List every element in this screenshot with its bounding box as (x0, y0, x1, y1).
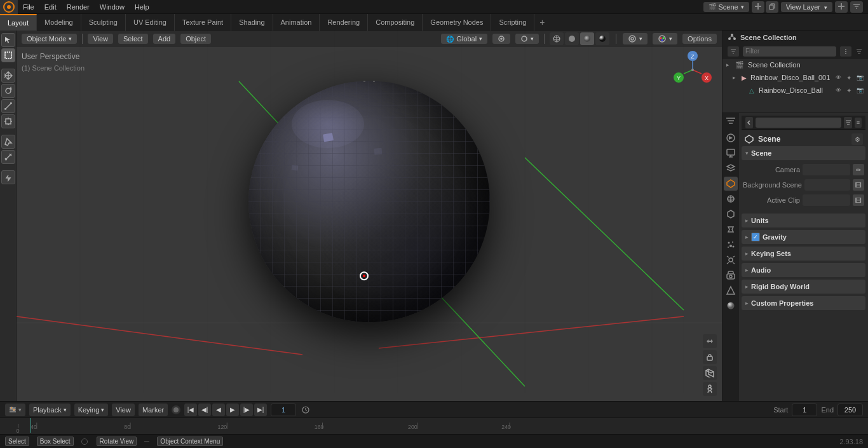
timeline-ruler[interactable]: 0 40 80 120 160 200 240 (0, 417, 868, 434)
rigid-body-section-header[interactable]: ▸ Rigid Body World (742, 280, 865, 294)
outliner-select-btn-1[interactable]: ✦ (844, 86, 853, 95)
audio-section-header[interactable]: ▸ Audio (742, 263, 865, 277)
tab-layout[interactable]: Layout (0, 14, 37, 31)
viewport-3d[interactable]: Object Mode ▾ View Select Add Object 🌐 G… (17, 31, 722, 401)
prop-icon-world[interactable] (724, 192, 738, 206)
bg-scene-value[interactable] (804, 179, 850, 191)
scene-add-btn[interactable] (752, 1, 764, 13)
viewport-select-menu[interactable]: Select (118, 34, 148, 44)
tab-modeling[interactable]: Modeling (37, 14, 81, 31)
tab-geometry-nodes[interactable]: Geometry Nodes (423, 14, 491, 31)
keying-menu[interactable]: Keying ▾ (74, 404, 109, 416)
viewport-add-menu[interactable]: Add (153, 34, 176, 44)
props-search-input[interactable] (756, 118, 841, 128)
tab-texture-paint[interactable]: Texture Paint (175, 14, 231, 31)
units-section-header[interactable]: ▸ Units (742, 214, 865, 227)
record-btn[interactable] (172, 405, 180, 414)
viewport-view-menu[interactable]: View (88, 34, 113, 44)
shading-rendered-btn[interactable] (595, 32, 609, 45)
prop-icon-object-data[interactable] (724, 283, 738, 297)
tab-animation[interactable]: Animation (273, 14, 320, 31)
scene-copy-btn[interactable] (766, 1, 778, 13)
options-btn[interactable]: Options (682, 34, 717, 44)
outliner-select-btn-0[interactable]: ✦ (844, 73, 853, 82)
viewport-axes-gizmo[interactable]: Z X Y (674, 51, 712, 89)
prop-icon-constraints[interactable] (724, 268, 738, 282)
outliner-eye-btn-0[interactable]: 👁 (834, 73, 843, 82)
toolbar-move-tool[interactable] (1, 69, 15, 83)
outliner-camera-btn-0[interactable]: 📷 (855, 73, 864, 82)
view-layer-add-btn[interactable] (835, 1, 848, 13)
toolbar-scale-tool[interactable] (1, 99, 15, 113)
end-frame-input[interactable]: 250 (837, 404, 863, 416)
outliner-item-disco-collection[interactable]: ▸ ▶ Rainbow_Disco_Ball_001 👁 ✦ 📷 (722, 71, 868, 84)
scene-options-btn[interactable]: ⚙ (851, 133, 863, 145)
start-frame-input[interactable]: 1 (792, 404, 817, 416)
prop-icon-particles[interactable] (724, 238, 738, 252)
props-back-btn[interactable] (745, 117, 753, 128)
prop-icon-physics[interactable] (724, 253, 738, 267)
shading-wireframe-btn[interactable] (550, 32, 564, 45)
menu-window[interactable]: Window (95, 0, 130, 14)
gravity-checkbox[interactable] (751, 233, 760, 241)
play-back-btn[interactable]: ◀ (212, 404, 225, 416)
outliner-options-btn[interactable] (840, 46, 851, 57)
prop-icon-scene[interactable] (724, 177, 738, 191)
toolbar-select-box[interactable] (1, 48, 15, 62)
prop-icon-view-layer[interactable] (724, 161, 738, 175)
tab-rendering[interactable]: Rendering (320, 14, 368, 31)
scene-subsection-header[interactable]: ▾ Scene (742, 146, 865, 160)
play-fwd-btn[interactable]: ▶ (226, 404, 239, 416)
toolbar-add-tool[interactable] (1, 170, 15, 184)
marker-menu[interactable]: Marker (139, 404, 168, 416)
active-clip-film-btn[interactable]: 🎞 (853, 194, 864, 206)
playback-menu[interactable]: Playback ▾ (29, 404, 71, 416)
clock-btn[interactable] (300, 404, 311, 416)
gizmo-toggle[interactable]: ▾ (653, 33, 677, 44)
toolbar-measure-tool[interactable] (1, 150, 15, 164)
bg-scene-film-btn[interactable]: 🎞 (853, 179, 864, 191)
custom-props-header[interactable]: ▸ Custom Properties (742, 296, 865, 310)
active-clip-value[interactable] (803, 194, 850, 206)
viewport-object-menu[interactable]: Object (180, 34, 211, 44)
object-mode-selector[interactable]: Object Mode ▾ (22, 34, 77, 44)
camera-pencil-btn[interactable]: ✏ (853, 164, 864, 175)
props-options-btn[interactable]: ≡ (855, 118, 862, 128)
outliner-item-disco-mesh[interactable]: △ Rainbow_Disco_Ball 👁 ✦ 📷 (722, 84, 868, 97)
outliner-eye-btn-1[interactable]: 👁 (834, 86, 843, 95)
tab-shading[interactable]: Shading (231, 14, 273, 31)
snap-toggle[interactable] (492, 34, 510, 44)
toolbar-rotate-tool[interactable] (1, 84, 15, 98)
toolbar-cursor-tool[interactable] (1, 33, 15, 47)
prop-icon-render[interactable] (724, 131, 738, 145)
toolbar-transform-tool[interactable] (1, 114, 15, 128)
timeline-view-menu[interactable]: View (112, 404, 135, 416)
outliner-filter-btn[interactable] (728, 46, 739, 57)
menu-file[interactable]: File (18, 0, 39, 14)
scene-selector[interactable]: 🎬 Scene ▾ (703, 2, 749, 12)
cam-to-view-btn[interactable] (703, 366, 717, 380)
prop-icon-object[interactable] (724, 207, 738, 221)
menu-edit[interactable]: Edit (39, 0, 62, 14)
menu-help[interactable]: Help (130, 0, 154, 14)
tab-sculpting[interactable]: Sculpting (81, 14, 126, 31)
camera-value[interactable] (803, 164, 850, 175)
outliner-camera-btn-1[interactable]: 📷 (855, 86, 864, 95)
view-layer-selector[interactable]: View Layer ▾ (781, 2, 832, 12)
zoom-camera-btn[interactable] (703, 334, 717, 348)
timeline-editor-type[interactable]: ▾ (5, 404, 25, 416)
prop-icon-output[interactable] (724, 146, 738, 160)
keying-section-header[interactable]: ▸ Keying Sets (742, 247, 865, 261)
overlay-toggle[interactable]: ▾ (623, 33, 648, 44)
outliner-search-input[interactable] (743, 46, 836, 57)
toolbar-annotate-tool[interactable] (1, 135, 15, 149)
shading-material-btn[interactable] (580, 32, 594, 45)
transform-global-selector[interactable]: 🌐 Global ▾ (441, 34, 487, 44)
proportional-toggle[interactable]: ▾ (515, 34, 539, 44)
prop-icon-material[interactable] (724, 299, 738, 313)
tab-scripting[interactable]: Scripting (491, 14, 534, 31)
tab-uv-editing[interactable]: UV Editing (126, 14, 175, 31)
lock-camera-btn[interactable] (703, 350, 717, 364)
jump-start-btn[interactable]: |◀ (184, 404, 197, 416)
tab-compositing[interactable]: Compositing (368, 14, 423, 31)
